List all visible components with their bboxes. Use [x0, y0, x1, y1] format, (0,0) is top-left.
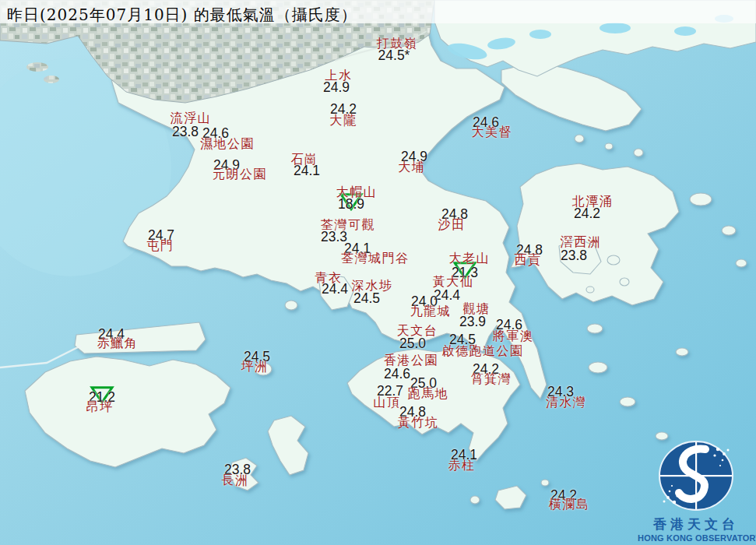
station-name: 西貢 — [515, 252, 542, 269]
station-name: 滘西洲 — [561, 234, 602, 251]
station-name: 天文台 — [397, 323, 438, 339]
station-name: 上水 — [325, 68, 353, 84]
station-name: 流浮山 — [171, 111, 212, 127]
station-name: 跑馬地 — [408, 386, 449, 403]
station-name: 大美督 — [472, 125, 513, 141]
station-name: 沙田 — [438, 217, 466, 234]
hko-logo-icon — [656, 440, 737, 515]
station-name: 青衣 — [315, 270, 343, 287]
station-name: 元朗公園 — [213, 167, 267, 183]
station-name: 觀塘 — [463, 301, 491, 318]
station-name: 筲箕灣 — [471, 371, 512, 388]
station-name: 大老山 — [449, 251, 491, 267]
hko-logo-chinese: 香港天文台 — [638, 515, 754, 533]
station-name: 北潭涌 — [572, 194, 614, 210]
station-name: 黃大仙 — [433, 274, 474, 290]
station-name: 大隴 — [330, 113, 357, 129]
station-name: 昂坪 — [86, 399, 114, 416]
station-name: 長洲 — [222, 473, 249, 489]
station-name: 深水埗 — [352, 278, 393, 294]
station-name: 打鼓嶺 — [377, 36, 418, 52]
station-name: 清水灣 — [546, 395, 587, 411]
hko-logo-english: HONG KONG OBSERVATORY — [638, 533, 754, 543]
station-name: 黃竹坑 — [398, 415, 439, 431]
station-name: 將軍澳 — [493, 329, 534, 345]
station-name: 啟德跑道公園 — [442, 343, 524, 360]
station-name: 荃灣可觀 — [321, 217, 375, 234]
station-name: 荃灣城門谷 — [341, 251, 410, 267]
station-name: 大埔 — [399, 160, 426, 176]
map-title: 昨日(2025年07月10日) 的最低氣溫（攝氏度） — [7, 5, 357, 26]
station-name: 石崗 — [291, 152, 318, 168]
hko-min-temp-map: 24.5*打鼓嶺24.9上水24.2大隴23.8流浮山24.6濕地公園24.9元… — [0, 0, 756, 545]
station-name: 山頂 — [374, 395, 401, 411]
station-name: 九龍城 — [410, 304, 452, 320]
station-name: 香港公園 — [384, 353, 438, 369]
station-name: 橫瀾島 — [549, 497, 590, 513]
station-name: 濕地公園 — [200, 136, 255, 153]
station-name: 赤鱲角 — [97, 336, 139, 352]
station-name: 赤柱 — [448, 458, 476, 474]
hko-logo: 香港天文台 HONG KONG OBSERVATORY — [638, 440, 754, 543]
station-name: 屯門 — [147, 238, 174, 255]
station-name: 大帽山 — [336, 185, 378, 201]
station-name: 坪洲 — [241, 359, 269, 375]
